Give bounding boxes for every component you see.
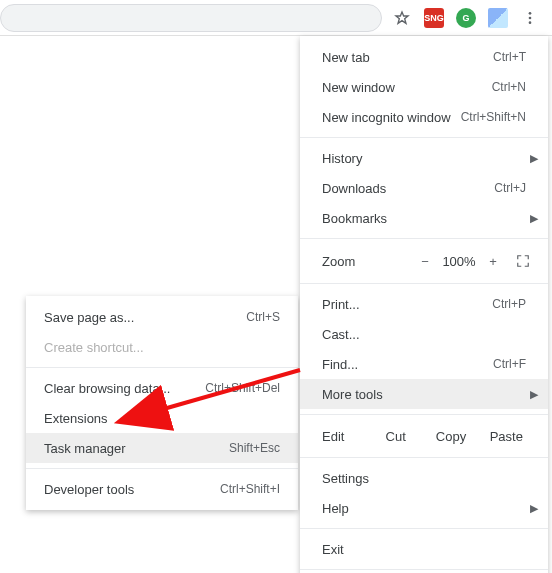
extension-1-icon[interactable]: SNG [420, 4, 448, 32]
menu-shortcut: Ctrl+P [492, 297, 526, 311]
menu-shortcut: Ctrl+S [246, 310, 280, 324]
menu-label: Settings [322, 471, 526, 486]
menu-label: More tools [322, 387, 526, 402]
menu-shortcut: Ctrl+T [493, 50, 526, 64]
menu-shortcut: Ctrl+Shift+N [461, 110, 526, 124]
menu-help[interactable]: Help ▶ [300, 493, 548, 523]
star-icon[interactable] [388, 4, 416, 32]
menu-zoom: Zoom − 100% + [300, 244, 548, 278]
separator [300, 457, 548, 458]
edit-label: Edit [322, 429, 368, 444]
menu-edit-row: Edit Cut Copy Paste [300, 420, 548, 452]
menu-more-tools[interactable]: More tools ▶ [300, 379, 548, 409]
submenu-dev-tools[interactable]: Developer tools Ctrl+Shift+I [26, 474, 298, 504]
extension-2-icon[interactable]: G [452, 4, 480, 32]
menu-label: Cast... [322, 327, 526, 342]
menu-cast[interactable]: Cast... [300, 319, 548, 349]
separator [26, 468, 298, 469]
chevron-right-icon: ▶ [530, 502, 538, 515]
menu-label: Find... [322, 357, 493, 372]
menu-downloads[interactable]: Downloads Ctrl+J [300, 173, 548, 203]
fullscreen-icon[interactable] [512, 250, 534, 272]
submenu-extensions[interactable]: Extensions [26, 403, 298, 433]
svg-point-2 [529, 21, 532, 24]
cut-button[interactable]: Cut [368, 429, 423, 444]
menu-bookmarks[interactable]: Bookmarks ▶ [300, 203, 548, 233]
menu-label: New tab [322, 50, 493, 65]
menu-label: Bookmarks [322, 211, 526, 226]
separator [300, 414, 548, 415]
menu-print[interactable]: Print... Ctrl+P [300, 289, 548, 319]
menu-label: Clear browsing data... [44, 381, 205, 396]
menu-label: New incognito window [322, 110, 461, 125]
chevron-right-icon: ▶ [530, 388, 538, 401]
menu-label: Developer tools [44, 482, 220, 497]
menu-label: Task manager [44, 441, 229, 456]
submenu-create-shortcut: Create shortcut... [26, 332, 298, 362]
submenu-task-manager[interactable]: Task manager Shift+Esc [26, 433, 298, 463]
separator [300, 238, 548, 239]
svg-point-1 [529, 16, 532, 19]
menu-label: Extensions [44, 411, 280, 426]
submenu-save-page[interactable]: Save page as... Ctrl+S [26, 302, 298, 332]
chevron-right-icon: ▶ [530, 152, 538, 165]
menu-new-window[interactable]: New window Ctrl+N [300, 72, 548, 102]
menu-label: Exit [322, 542, 526, 557]
menu-shortcut: Ctrl+N [492, 80, 526, 94]
zoom-label: Zoom [322, 254, 412, 269]
menu-history[interactable]: History ▶ [300, 143, 548, 173]
menu-shortcut: Ctrl+Shift+I [220, 482, 280, 496]
separator [300, 137, 548, 138]
menu-shortcut: Ctrl+J [494, 181, 526, 195]
submenu-clear-data[interactable]: Clear browsing data... Ctrl+Shift+Del [26, 373, 298, 403]
zoom-in-button[interactable]: + [480, 254, 506, 269]
menu-label: Downloads [322, 181, 494, 196]
main-menu: New tab Ctrl+T New window Ctrl+N New inc… [300, 36, 548, 573]
menu-shortcut: Ctrl+Shift+Del [205, 381, 280, 395]
menu-label: Create shortcut... [44, 340, 280, 355]
svg-point-0 [529, 12, 532, 15]
paste-button[interactable]: Paste [479, 429, 534, 444]
separator [300, 283, 548, 284]
menu-new-tab[interactable]: New tab Ctrl+T [300, 42, 548, 72]
menu-shortcut: Ctrl+F [493, 357, 526, 371]
menu-shortcut: Shift+Esc [229, 441, 280, 455]
separator [300, 569, 548, 570]
menu-settings[interactable]: Settings [300, 463, 548, 493]
menu-label: New window [322, 80, 492, 95]
menu-find[interactable]: Find... Ctrl+F [300, 349, 548, 379]
menu-label: Print... [322, 297, 492, 312]
separator [300, 528, 548, 529]
menu-label: History [322, 151, 526, 166]
more-tools-submenu: Save page as... Ctrl+S Create shortcut..… [26, 296, 298, 510]
browser-toolbar: SNG G [0, 0, 552, 36]
chevron-right-icon: ▶ [530, 212, 538, 225]
profile-avatar[interactable] [484, 4, 512, 32]
menu-exit[interactable]: Exit [300, 534, 548, 564]
menu-icon[interactable] [516, 4, 544, 32]
separator [26, 367, 298, 368]
zoom-out-button[interactable]: − [412, 254, 438, 269]
menu-label: Save page as... [44, 310, 246, 325]
menu-label: Help [322, 501, 526, 516]
copy-button[interactable]: Copy [423, 429, 478, 444]
address-bar[interactable] [0, 4, 382, 32]
menu-incognito[interactable]: New incognito window Ctrl+Shift+N [300, 102, 548, 132]
zoom-percentage: 100% [438, 254, 480, 269]
